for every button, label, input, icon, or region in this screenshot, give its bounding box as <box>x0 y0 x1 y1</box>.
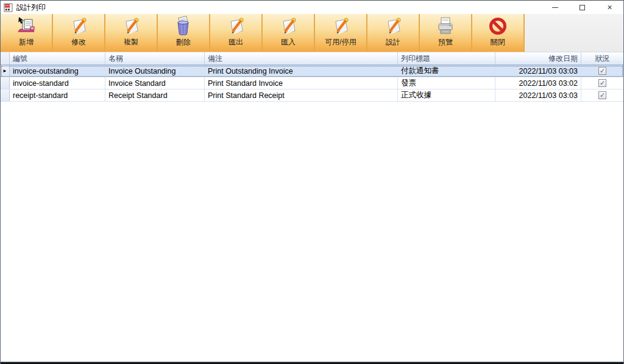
cell-remark: Print Standard Receipt <box>205 89 398 101</box>
cell-status: ✓ <box>581 89 623 101</box>
new-document-icon <box>16 16 37 37</box>
copy-button-label: 複製 <box>124 37 138 47</box>
cell-modified-date: 2022/11/03 03:03 <box>495 65 581 77</box>
status-checkbox[interactable]: ✓ <box>598 67 606 75</box>
close-window-button-label: 關閉 <box>491 37 505 47</box>
import-button-label: 匯入 <box>281 37 296 47</box>
table-row[interactable]: receipt-standard Receipt Standard Print … <box>1 89 623 102</box>
window-title: 設計列印 <box>16 2 46 13</box>
grid-header-row: 編號 名稱 備注 列印標題 修改日期 狀況 <box>1 52 623 65</box>
delete-button[interactable]: 刪除 <box>158 14 210 52</box>
cell-code: invoice-outstanding <box>10 65 105 77</box>
copy-pen-icon <box>121 16 141 37</box>
cell-modified-date: 2022/11/03 03:02 <box>495 77 581 89</box>
cell-modified-date: 2022/11/03 03:03 <box>495 89 581 101</box>
import-button[interactable]: 匯入 <box>263 14 315 52</box>
maximize-icon <box>580 5 585 10</box>
import-pen-icon <box>278 16 299 37</box>
cell-remark: Print Outstanding Invoice <box>205 65 398 77</box>
grid-empty-area <box>1 102 623 362</box>
new-button[interactable]: 新增 <box>1 14 53 52</box>
print-templates-grid: 編號 名稱 備注 列印標題 修改日期 狀況 ► invoice-outstand… <box>1 52 623 362</box>
row-selector-header <box>1 52 10 65</box>
app-window: 設計列印 × 新增 修改 複製 刪除 匯出 匯入 <box>0 0 624 364</box>
checkmark-icon: ✓ <box>600 92 605 99</box>
cell-status: ✓ <box>581 65 623 77</box>
delete-button-label: 刪除 <box>176 37 191 47</box>
column-header-name[interactable]: 名稱 <box>105 52 205 65</box>
status-checkbox[interactable]: ✓ <box>598 79 606 87</box>
cell-name: Invoice Outstanding <box>105 65 205 77</box>
row-selector-cell: ► <box>1 65 10 77</box>
column-header-modified-date[interactable]: 修改日期 <box>495 52 581 65</box>
toolbar: 新增 修改 複製 刪除 匯出 匯入 可用/停用 設計 <box>1 14 623 52</box>
enable-disable-button-label: 可用/停用 <box>325 37 356 47</box>
new-button-label: 新增 <box>19 37 34 47</box>
checkmark-icon: ✓ <box>600 80 605 86</box>
cell-print-title: 發票 <box>398 77 495 89</box>
design-pen-icon <box>383 16 403 37</box>
modify-button-label: 修改 <box>71 37 86 47</box>
minimize-button[interactable] <box>541 1 569 14</box>
column-header-remark[interactable]: 備注 <box>205 52 398 65</box>
export-pen-icon <box>225 16 246 37</box>
column-header-print-title[interactable]: 列印標題 <box>398 52 495 65</box>
close-window-button[interactable]: 關閉 <box>472 14 525 52</box>
preview-printer-icon <box>435 16 456 37</box>
close-button[interactable]: × <box>596 1 623 14</box>
edit-pen-icon <box>68 16 89 37</box>
status-checkbox[interactable]: ✓ <box>598 91 606 99</box>
cell-name: Receipt Standard <box>105 89 205 101</box>
modify-button[interactable]: 修改 <box>53 14 105 52</box>
column-header-code[interactable]: 編號 <box>10 52 105 65</box>
cell-status: ✓ <box>581 77 623 89</box>
export-button-label: 匯出 <box>229 37 243 47</box>
design-button-label: 設計 <box>386 37 400 47</box>
cell-code: invoice-standard <box>10 77 105 89</box>
app-icon <box>4 3 13 12</box>
table-row[interactable]: ► invoice-outstanding Invoice Outstandin… <box>1 65 623 77</box>
close-icon: × <box>607 3 612 12</box>
row-selector-cell <box>1 89 10 101</box>
delete-trash-icon <box>173 16 194 37</box>
table-row[interactable]: invoice-standard Invoice Standard Print … <box>1 77 623 89</box>
minimize-icon <box>552 7 558 8</box>
maximize-button[interactable] <box>569 1 596 14</box>
cell-print-title: 正式收據 <box>398 89 495 101</box>
checkmark-icon: ✓ <box>600 68 605 74</box>
row-selector-cell <box>1 77 10 89</box>
preview-button-label: 預覽 <box>438 37 453 47</box>
export-button[interactable]: 匯出 <box>210 14 263 52</box>
cell-remark: Print Standard Invoice <box>205 77 398 89</box>
enable-disable-button[interactable]: 可用/停用 <box>315 14 367 52</box>
column-header-status[interactable]: 狀況 <box>581 52 623 65</box>
preview-button[interactable]: 預覽 <box>420 14 472 52</box>
copy-button[interactable]: 複製 <box>105 14 158 52</box>
title-bar: 設計列印 × <box>1 1 623 14</box>
cell-name: Invoice Standard <box>105 77 205 89</box>
toolbar-filler <box>525 14 623 52</box>
cell-code: receipt-standard <box>10 89 105 101</box>
cell-print-title: 付款通知書 <box>398 65 495 77</box>
enable-disable-pen-icon <box>330 16 351 37</box>
design-button[interactable]: 設計 <box>367 14 420 52</box>
selected-row-arrow-icon: ► <box>2 69 7 74</box>
close-forbidden-icon <box>488 16 508 37</box>
